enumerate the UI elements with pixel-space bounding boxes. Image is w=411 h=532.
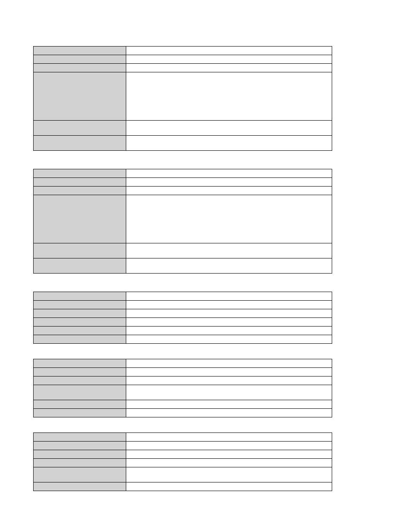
row-value: [126, 55, 332, 64]
row-value: [126, 359, 332, 368]
row-value: [126, 368, 332, 376]
table-row: [34, 335, 332, 344]
row-value: [126, 243, 332, 258]
table-row: [34, 301, 332, 309]
table-row: [34, 433, 332, 442]
row-label: [34, 359, 126, 368]
table-row: [34, 121, 332, 136]
form-table-4: [33, 359, 332, 417]
table-row: [34, 400, 332, 409]
table-row: [34, 450, 332, 459]
row-value: [126, 309, 332, 318]
table-row: [34, 482, 332, 491]
row-value: [126, 72, 332, 121]
row-value: [126, 335, 332, 344]
row-value: [126, 301, 332, 309]
row-value: [126, 136, 332, 151]
row-label: [34, 187, 126, 195]
row-label: [34, 335, 126, 344]
table-row: [34, 359, 332, 368]
row-value: [126, 467, 332, 482]
row-value: [126, 258, 332, 274]
row-value: [126, 47, 332, 55]
row-label: [34, 385, 126, 400]
row-label: [34, 72, 126, 121]
table-row: [34, 169, 332, 178]
row-label: [34, 368, 126, 376]
table-row: [34, 55, 332, 64]
row-value: [126, 409, 332, 417]
row-label: [34, 47, 126, 55]
row-label: [34, 400, 126, 409]
row-label: [34, 292, 126, 301]
row-value: [126, 442, 332, 450]
row-value: [126, 400, 332, 409]
form-table-1: [33, 46, 332, 151]
table-row: [34, 368, 332, 376]
row-label: [34, 55, 126, 64]
table-row: [34, 459, 332, 467]
row-label: [34, 309, 126, 318]
form-table-2: [33, 169, 332, 274]
row-label: [34, 121, 126, 136]
table-row: [34, 309, 332, 318]
row-label: [34, 450, 126, 459]
row-label: [34, 64, 126, 72]
row-label: [34, 178, 126, 187]
form-table-3: [33, 292, 332, 344]
table-row: [34, 136, 332, 151]
table-row: [34, 72, 332, 121]
row-value: [126, 433, 332, 442]
table-row: [34, 318, 332, 327]
row-value: [126, 376, 332, 385]
row-label: [34, 482, 126, 491]
row-label: [34, 433, 126, 442]
table-row: [34, 327, 332, 335]
table-row: [34, 409, 332, 417]
row-label: [34, 243, 126, 258]
table-row: [34, 258, 332, 274]
row-label: [34, 409, 126, 417]
row-value: [126, 169, 332, 178]
row-label: [34, 195, 126, 243]
table-row: [34, 187, 332, 195]
row-value: [126, 292, 332, 301]
table-row: [34, 47, 332, 55]
table-row: [34, 385, 332, 400]
table-row: [34, 243, 332, 258]
row-value: [126, 450, 332, 459]
row-label: [34, 467, 126, 482]
form-table-5: [33, 432, 332, 491]
table-row: [34, 467, 332, 482]
row-label: [34, 136, 126, 151]
row-label: [34, 169, 126, 178]
table-row: [34, 442, 332, 450]
table-row: [34, 376, 332, 385]
row-value: [126, 482, 332, 491]
row-label: [34, 327, 126, 335]
row-label: [34, 258, 126, 274]
row-value: [126, 178, 332, 187]
row-label: [34, 301, 126, 309]
row-label: [34, 376, 126, 385]
row-value: [126, 121, 332, 136]
table-row: [34, 178, 332, 187]
table-row: [34, 195, 332, 243]
row-value: [126, 385, 332, 400]
row-value: [126, 187, 332, 195]
row-value: [126, 327, 332, 335]
row-label: [34, 459, 126, 467]
row-value: [126, 318, 332, 327]
document-page: [0, 0, 411, 532]
table-row: [34, 292, 332, 301]
row-value: [126, 459, 332, 467]
row-value: [126, 195, 332, 243]
row-value: [126, 64, 332, 72]
table-row: [34, 64, 332, 72]
row-label: [34, 442, 126, 450]
row-label: [34, 318, 126, 327]
